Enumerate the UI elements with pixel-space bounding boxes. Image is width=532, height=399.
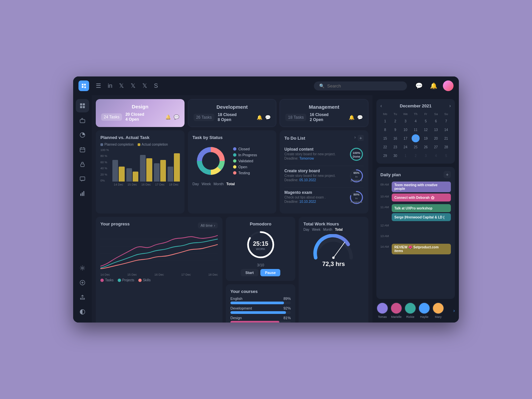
twitter-icon-2[interactable]: 𝕏 (131, 82, 136, 89)
user-avatar[interactable] (443, 80, 454, 91)
bell-icon-3[interactable]: 🔔 (349, 115, 354, 120)
wh-tab-day[interactable]: Day (303, 228, 309, 231)
team-avatar-mary[interactable]: Mary (432, 302, 444, 319)
cal-day-8[interactable]: 8 (381, 126, 389, 134)
skype-icon[interactable]: S (154, 82, 158, 89)
chat-icon-2[interactable]: 💬 (265, 115, 271, 120)
cal-day-23[interactable]: 23 (391, 143, 399, 151)
twitter-icon-1[interactable]: 𝕏 (119, 82, 124, 89)
tab-month[interactable]: Month (213, 182, 224, 186)
bar-group-1 (126, 168, 139, 182)
sidebar-item-briefcase[interactable] (76, 114, 89, 127)
topbar: ☰ in 𝕏 𝕏 𝕏 S 🔍 💬 🔔 (73, 76, 459, 95)
cal-day-28[interactable]: 28 (442, 143, 450, 151)
cal-day-13[interactable]: 13 (432, 126, 440, 134)
todo-item-1-progress: 100%Done (349, 147, 364, 163)
sidebar-item-lock[interactable] (76, 158, 89, 171)
cal-day-27[interactable]: 27 (432, 143, 440, 151)
tl-event-meeting[interactable]: Teem meeting with creative people (392, 182, 451, 192)
management-title: Management (285, 104, 363, 110)
sidebar-item-export[interactable] (76, 291, 89, 304)
cal-day-1-other[interactable]: 1 (401, 152, 409, 160)
cal-day-5[interactable]: 5 (422, 117, 430, 125)
cal-day-18[interactable]: 18 (412, 134, 420, 142)
app-logo[interactable] (78, 80, 89, 91)
todo-chevron-right[interactable]: › (354, 135, 356, 141)
sidebar-item-bar-chart[interactable] (76, 187, 89, 200)
cal-day-9[interactable]: 9 (391, 126, 399, 134)
cal-day-14[interactable]: 14 (442, 126, 450, 134)
tl-event-review[interactable]: REVIEW 🌺 Setproduct.com items (392, 244, 451, 254)
pause-button[interactable]: Pause (260, 269, 280, 276)
cal-day-2-other[interactable]: 2 (412, 152, 420, 160)
notifications-bell-icon[interactable]: 🔔 (428, 80, 439, 91)
sidebar-item-add[interactable] (76, 276, 89, 289)
x-label-15dec: 15 Dec (127, 273, 137, 276)
team-avatar-tomas[interactable]: Tomas (376, 302, 388, 319)
sidebar-item-message[interactable] (76, 172, 89, 186)
bell-icon-2[interactable]: 🔔 (257, 115, 262, 120)
design-closed-open: 20 Closed 4 Open (125, 112, 162, 122)
search-input[interactable] (327, 83, 402, 88)
chat-icon-3[interactable]: 💬 (357, 115, 363, 120)
wh-tab-week[interactable]: Week (312, 228, 320, 231)
search-bar[interactable]: 🔍 (314, 81, 407, 90)
cal-day-24[interactable]: 24 (401, 143, 409, 151)
all-time-button[interactable]: All time › (198, 222, 218, 228)
team-avatar-haylie[interactable]: Haylie (418, 302, 430, 319)
pomodoro-timer: 25:15 (253, 240, 268, 247)
menu-icon[interactable]: ☰ (96, 82, 101, 89)
team-avatar-marielle[interactable]: Marielle (390, 302, 402, 319)
tab-day[interactable]: Day (193, 182, 199, 186)
cal-day-10[interactable]: 10 (401, 126, 409, 134)
cal-day-30[interactable]: 30 (391, 152, 399, 160)
cal-day-15[interactable]: 15 (381, 134, 389, 142)
cal-day-4[interactable]: 4 (412, 117, 420, 125)
dp-add-button[interactable]: + (444, 171, 451, 178)
cal-day-3[interactable]: 3 (401, 117, 409, 125)
cal-day-7[interactable]: 7 (442, 117, 450, 125)
sidebar-item-settings[interactable] (76, 261, 89, 275)
start-button[interactable]: Start (241, 269, 258, 276)
cal-next-button[interactable]: › (449, 103, 451, 108)
cal-day-5-other[interactable]: 5 (442, 152, 450, 160)
tl-event-serge[interactable]: Serge |Hrenwood Capital & LD ( (392, 213, 451, 221)
tl-event-deborah[interactable]: Connect with Deborah 🌸 (392, 194, 451, 201)
cal-day-2[interactable]: 2 (391, 117, 399, 125)
wh-tab-month[interactable]: Month (323, 228, 332, 231)
linkedin-icon[interactable]: in (108, 82, 112, 89)
wh-tab-total[interactable]: Total (335, 228, 342, 231)
cal-day-21[interactable]: 21 (442, 134, 450, 142)
twitter-icon-3[interactable]: 𝕏 (142, 82, 147, 89)
bell-icon[interactable]: 🔔 (165, 114, 171, 120)
cal-day-3-other[interactable]: 3 (422, 152, 430, 160)
sidebar-item-theme[interactable] (76, 305, 89, 319)
cal-day-1[interactable]: 1 (381, 117, 389, 125)
sidebar-item-chart-pie[interactable] (76, 128, 89, 142)
cal-day-19[interactable]: 19 (422, 134, 430, 142)
bar-x-labels: 14 Dec15 Dec16 Dec17 Dec18 Dec (112, 183, 180, 186)
team-avatar-rickie[interactable]: Rickie (404, 302, 416, 319)
cal-day-6[interactable]: 6 (432, 117, 440, 125)
tab-total[interactable]: Total (226, 182, 235, 186)
cal-day-22[interactable]: 22 (381, 143, 389, 151)
tab-week[interactable]: Week (201, 182, 211, 186)
bar-actual-3 (160, 160, 166, 182)
cal-day-20[interactable]: 20 (432, 134, 440, 142)
cal-day-25[interactable]: 25 (412, 143, 420, 151)
team-nav-arrow[interactable]: › (453, 308, 455, 313)
chat-icon[interactable]: 💬 (174, 114, 179, 120)
sidebar-item-grid[interactable] (76, 99, 89, 112)
notifications-chat-icon[interactable]: 💬 (414, 80, 424, 91)
cal-day-26[interactable]: 26 (422, 143, 430, 151)
tl-event-workshop[interactable]: Talk at UXPro workshop (392, 204, 451, 212)
cal-day-11[interactable]: 11 (412, 126, 420, 134)
cal-day-16[interactable]: 16 (391, 134, 399, 142)
cal-day-12[interactable]: 12 (422, 126, 430, 134)
todo-add[interactable]: + (358, 135, 364, 141)
cal-prev-button[interactable]: ‹ (380, 103, 382, 108)
cal-day-17[interactable]: 17 (401, 134, 409, 142)
cal-day-4-other[interactable]: 4 (432, 152, 440, 160)
cal-day-29[interactable]: 29 (381, 152, 389, 160)
sidebar-item-calendar[interactable] (76, 143, 89, 156)
